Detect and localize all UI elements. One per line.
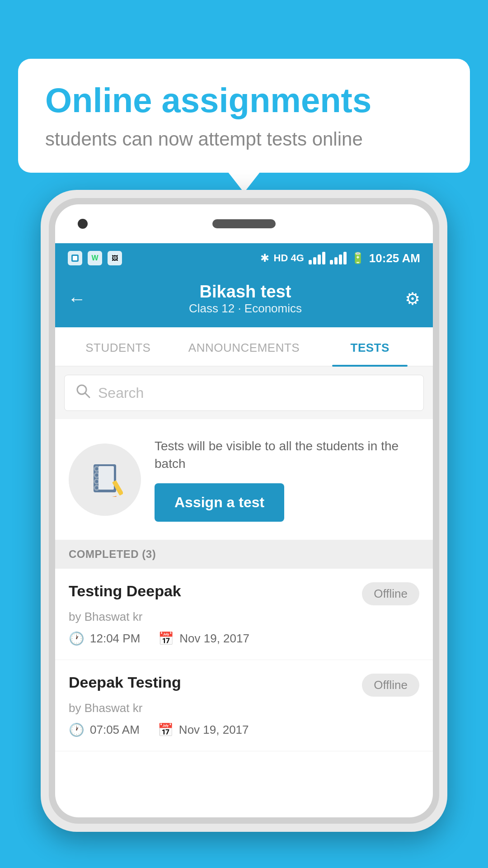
- test-time-1: 🕐 12:04 PM: [69, 631, 140, 646]
- phone-screen: W 🖼 ✱ HD 4G: [55, 204, 433, 817]
- test-status-2: Offline: [362, 674, 419, 697]
- status-icon-3: 🖼: [108, 251, 122, 265]
- signal-bars: [309, 252, 325, 264]
- svg-marker-11: [112, 496, 117, 497]
- status-bar: W 🖼 ✱ HD 4G: [55, 243, 433, 273]
- info-description: Tests will be visible to all the student…: [155, 437, 419, 472]
- svg-line-3: [85, 393, 89, 397]
- test-date-2: 📅 Nov 19, 2017: [158, 722, 249, 737]
- test-meta-1: 🕐 12:04 PM 📅 Nov 19, 2017: [69, 631, 419, 646]
- test-author-1: by Bhaswat kr: [69, 610, 419, 624]
- completed-section-header: COMPLETED (3): [55, 540, 433, 569]
- back-button[interactable]: ←: [68, 289, 86, 309]
- search-placeholder: Search: [98, 385, 144, 401]
- notebook-icon: [87, 461, 123, 499]
- speech-bubble: Online assignments students can now atte…: [18, 59, 470, 173]
- settings-button[interactable]: ⚙: [405, 289, 420, 309]
- speech-bubble-container: Online assignments students can now atte…: [18, 59, 470, 173]
- tab-tests[interactable]: TESTS: [307, 327, 433, 366]
- calendar-icon-1: 📅: [158, 631, 174, 646]
- test-meta-2: 🕐 07:05 AM 📅 Nov 19, 2017: [69, 722, 419, 737]
- tab-announcements[interactable]: ANNOUNCEMENTS: [181, 327, 307, 366]
- header-center: Bikash test Class 12 · Economics: [189, 282, 302, 316]
- class-subtitle: Class 12 · Economics: [189, 302, 302, 316]
- tab-students[interactable]: STUDENTS: [55, 327, 181, 366]
- test-status-1: Offline: [362, 582, 419, 605]
- status-right: ✱ HD 4G: [260, 251, 420, 265]
- test-icon-circle: [69, 443, 141, 516]
- search-box[interactable]: Search: [64, 375, 424, 411]
- tabs-bar: STUDENTS ANNOUNCEMENTS TESTS: [55, 327, 433, 367]
- signal-bars-2: [330, 252, 347, 264]
- status-icon-2: W: [88, 251, 102, 265]
- test-name-2: Deepak Testing: [69, 674, 181, 691]
- clock: 10:25 AM: [369, 251, 420, 265]
- search-container: Search: [55, 367, 433, 419]
- calendar-icon-2: 📅: [158, 722, 174, 737]
- camera: [78, 219, 88, 229]
- test-time-2: 🕐 07:05 AM: [69, 722, 140, 737]
- test-author-2: by Bhaswat kr: [69, 701, 419, 715]
- battery-icon: 🔋: [351, 252, 365, 264]
- status-icon-1: [68, 251, 82, 265]
- test-item-header-1: Testing Deepak Offline: [69, 582, 419, 605]
- test-date-1: 📅 Nov 19, 2017: [158, 631, 249, 646]
- test-item-header-2: Deepak Testing Offline: [69, 674, 419, 697]
- bluetooth-icon: ✱: [260, 252, 269, 264]
- speaker: [212, 219, 276, 228]
- assign-test-button[interactable]: Assign a test: [155, 483, 284, 522]
- status-left: W 🖼: [68, 251, 122, 265]
- bubble-title: Online assignments: [45, 81, 443, 119]
- test-item: Testing Deepak Offline by Bhaswat kr 🕐 1…: [55, 569, 433, 660]
- search-icon: [75, 383, 91, 402]
- app-header: ← Bikash test Class 12 · Economics ⚙: [55, 273, 433, 327]
- phone-outer: W 🖼 ✱ HD 4G: [41, 190, 447, 832]
- phone-top-bar: [55, 204, 433, 243]
- clock-icon-1: 🕐: [69, 631, 84, 646]
- bubble-subtitle: students can now attempt tests online: [45, 128, 443, 150]
- test-name-1: Testing Deepak: [69, 582, 181, 600]
- info-card: Tests will be visible to all the student…: [55, 419, 433, 540]
- info-right: Tests will be visible to all the student…: [155, 437, 419, 522]
- phone-inner: W 🖼 ✱ HD 4G: [49, 198, 439, 824]
- test-item-2: Deepak Testing Offline by Bhaswat kr 🕐 0…: [55, 660, 433, 751]
- clock-icon-2: 🕐: [69, 722, 84, 737]
- svg-rect-9: [99, 466, 114, 490]
- svg-rect-1: [73, 256, 77, 260]
- phone-wrapper: W 🖼 ✱ HD 4G: [41, 190, 447, 868]
- class-title: Bikash test: [189, 282, 302, 302]
- hd-label: HD 4G: [274, 252, 304, 264]
